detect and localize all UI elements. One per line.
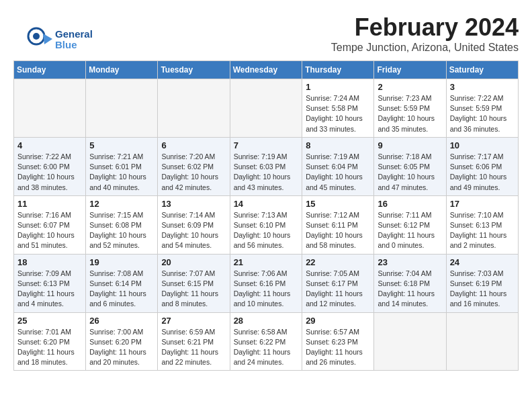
day-info: Sunrise: 7:13 AM Sunset: 6:10 PM Dayligh…	[234, 210, 299, 251]
day-number: 1	[306, 82, 370, 92]
weekday-header: Sunday	[14, 61, 86, 79]
day-number: 28	[234, 316, 299, 326]
logo-text-blue: Blue	[55, 40, 93, 51]
calendar-week-row: 1Sunrise: 7:24 AM Sunset: 5:58 PM Daylig…	[14, 79, 519, 138]
calendar-cell: 29Sunrise: 6:57 AM Sunset: 6:23 PM Dayli…	[302, 312, 374, 371]
calendar-cell: 9Sunrise: 7:18 AM Sunset: 6:05 PM Daylig…	[374, 137, 446, 195]
day-number: 12	[89, 199, 154, 209]
calendar-cell	[446, 312, 518, 371]
calendar-cell: 1Sunrise: 7:24 AM Sunset: 5:58 PM Daylig…	[302, 79, 374, 138]
calendar-cell: 3Sunrise: 7:22 AM Sunset: 5:59 PM Daylig…	[446, 79, 518, 138]
day-number: 8	[306, 140, 370, 150]
calendar-week-row: 25Sunrise: 7:01 AM Sunset: 6:20 PM Dayli…	[14, 312, 519, 371]
calendar-cell	[374, 312, 446, 371]
weekday-header-row: SundayMondayTuesdayWednesdayThursdayFrid…	[14, 61, 519, 79]
day-number: 15	[306, 199, 370, 209]
calendar-cell: 26Sunrise: 7:00 AM Sunset: 6:20 PM Dayli…	[86, 312, 158, 371]
calendar-cell: 27Sunrise: 6:59 AM Sunset: 6:21 PM Dayli…	[158, 312, 230, 371]
day-number: 10	[450, 140, 515, 150]
day-number: 26	[89, 316, 154, 326]
day-number: 2	[378, 82, 442, 92]
day-info: Sunrise: 7:24 AM Sunset: 5:58 PM Dayligh…	[306, 93, 370, 134]
day-info: Sunrise: 7:12 AM Sunset: 6:11 PM Dayligh…	[306, 210, 370, 251]
day-info: Sunrise: 7:04 AM Sunset: 6:18 PM Dayligh…	[378, 269, 442, 310]
day-number: 29	[306, 316, 370, 326]
svg-point-1	[33, 33, 40, 40]
calendar-week-row: 11Sunrise: 7:16 AM Sunset: 6:07 PM Dayli…	[14, 195, 519, 254]
day-info: Sunrise: 6:58 AM Sunset: 6:22 PM Dayligh…	[234, 327, 299, 368]
day-info: Sunrise: 7:05 AM Sunset: 6:17 PM Dayligh…	[306, 269, 370, 310]
calendar-cell: 2Sunrise: 7:23 AM Sunset: 5:59 PM Daylig…	[374, 79, 446, 138]
day-info: Sunrise: 7:07 AM Sunset: 6:15 PM Dayligh…	[161, 269, 226, 310]
calendar-cell: 12Sunrise: 7:15 AM Sunset: 6:08 PM Dayli…	[86, 195, 158, 254]
calendar-cell	[86, 79, 158, 138]
weekday-header: Monday	[86, 61, 158, 79]
day-number: 27	[161, 316, 226, 326]
calendar-table: SundayMondayTuesdayWednesdayThursdayFrid…	[13, 60, 519, 371]
calendar-cell: 7Sunrise: 7:19 AM Sunset: 6:03 PM Daylig…	[230, 137, 302, 195]
day-info: Sunrise: 7:03 AM Sunset: 6:19 PM Dayligh…	[450, 269, 515, 310]
day-info: Sunrise: 7:18 AM Sunset: 6:05 PM Dayligh…	[378, 152, 442, 193]
day-number: 22	[306, 257, 370, 267]
day-info: Sunrise: 7:01 AM Sunset: 6:20 PM Dayligh…	[17, 327, 82, 368]
day-info: Sunrise: 7:09 AM Sunset: 6:13 PM Dayligh…	[17, 269, 82, 310]
calendar-cell	[14, 79, 86, 138]
calendar-cell: 25Sunrise: 7:01 AM Sunset: 6:20 PM Dayli…	[14, 312, 86, 371]
day-number: 23	[378, 257, 442, 267]
weekday-header: Wednesday	[230, 61, 302, 79]
calendar-body: 1Sunrise: 7:24 AM Sunset: 5:58 PM Daylig…	[14, 79, 519, 371]
calendar-cell: 14Sunrise: 7:13 AM Sunset: 6:10 PM Dayli…	[230, 195, 302, 254]
day-info: Sunrise: 7:14 AM Sunset: 6:09 PM Dayligh…	[161, 210, 226, 251]
day-info: Sunrise: 7:21 AM Sunset: 6:01 PM Dayligh…	[89, 152, 154, 193]
day-info: Sunrise: 7:15 AM Sunset: 6:08 PM Dayligh…	[89, 210, 154, 251]
day-info: Sunrise: 7:17 AM Sunset: 6:06 PM Dayligh…	[450, 152, 515, 193]
calendar-week-row: 18Sunrise: 7:09 AM Sunset: 6:13 PM Dayli…	[14, 254, 519, 312]
day-number: 3	[450, 82, 515, 92]
weekday-header: Friday	[374, 61, 446, 79]
day-number: 13	[161, 199, 226, 209]
svg-marker-2	[43, 34, 52, 44]
day-info: Sunrise: 7:19 AM Sunset: 6:03 PM Dayligh…	[234, 152, 299, 193]
calendar-week-row: 4Sunrise: 7:22 AM Sunset: 6:00 PM Daylig…	[14, 137, 519, 195]
day-number: 18	[17, 257, 82, 267]
logo-icon	[27, 27, 52, 52]
day-info: Sunrise: 7:19 AM Sunset: 6:04 PM Dayligh…	[306, 152, 370, 193]
logo: General Blue	[27, 27, 93, 52]
logo-text-general: General	[55, 29, 93, 40]
calendar-cell: 23Sunrise: 7:04 AM Sunset: 6:18 PM Dayli…	[374, 254, 446, 312]
calendar-cell: 13Sunrise: 7:14 AM Sunset: 6:09 PM Dayli…	[158, 195, 230, 254]
day-info: Sunrise: 7:08 AM Sunset: 6:14 PM Dayligh…	[89, 269, 154, 310]
day-info: Sunrise: 6:57 AM Sunset: 6:23 PM Dayligh…	[306, 327, 370, 368]
calendar-cell: 10Sunrise: 7:17 AM Sunset: 6:06 PM Dayli…	[446, 137, 518, 195]
calendar-cell: 21Sunrise: 7:06 AM Sunset: 6:16 PM Dayli…	[230, 254, 302, 312]
day-number: 4	[17, 140, 82, 150]
calendar-cell: 15Sunrise: 7:12 AM Sunset: 6:11 PM Dayli…	[302, 195, 374, 254]
calendar-cell: 5Sunrise: 7:21 AM Sunset: 6:01 PM Daylig…	[86, 137, 158, 195]
calendar-cell: 16Sunrise: 7:11 AM Sunset: 6:12 PM Dayli…	[374, 195, 446, 254]
day-info: Sunrise: 7:20 AM Sunset: 6:02 PM Dayligh…	[161, 152, 226, 193]
day-number: 5	[89, 140, 154, 150]
day-info: Sunrise: 6:59 AM Sunset: 6:21 PM Dayligh…	[161, 327, 226, 368]
day-info: Sunrise: 7:22 AM Sunset: 6:00 PM Dayligh…	[17, 152, 82, 193]
day-info: Sunrise: 7:10 AM Sunset: 6:13 PM Dayligh…	[450, 210, 515, 251]
day-number: 25	[17, 316, 82, 326]
calendar-cell: 17Sunrise: 7:10 AM Sunset: 6:13 PM Dayli…	[446, 195, 518, 254]
day-number: 7	[234, 140, 299, 150]
day-info: Sunrise: 7:22 AM Sunset: 5:59 PM Dayligh…	[450, 93, 515, 134]
calendar-cell: 24Sunrise: 7:03 AM Sunset: 6:19 PM Dayli…	[446, 254, 518, 312]
day-info: Sunrise: 7:23 AM Sunset: 5:59 PM Dayligh…	[378, 93, 442, 134]
calendar-cell	[230, 79, 302, 138]
weekday-header: Tuesday	[158, 61, 230, 79]
day-number: 9	[378, 140, 442, 150]
day-number: 19	[89, 257, 154, 267]
calendar-cell: 4Sunrise: 7:22 AM Sunset: 6:00 PM Daylig…	[14, 137, 86, 195]
weekday-header: Saturday	[446, 61, 518, 79]
calendar-cell: 18Sunrise: 7:09 AM Sunset: 6:13 PM Dayli…	[14, 254, 86, 312]
day-number: 16	[378, 199, 442, 209]
weekday-header: Thursday	[302, 61, 374, 79]
day-number: 11	[17, 199, 82, 209]
day-number: 6	[161, 140, 226, 150]
day-info: Sunrise: 7:11 AM Sunset: 6:12 PM Dayligh…	[378, 210, 442, 251]
day-number: 21	[234, 257, 299, 267]
day-number: 24	[450, 257, 515, 267]
